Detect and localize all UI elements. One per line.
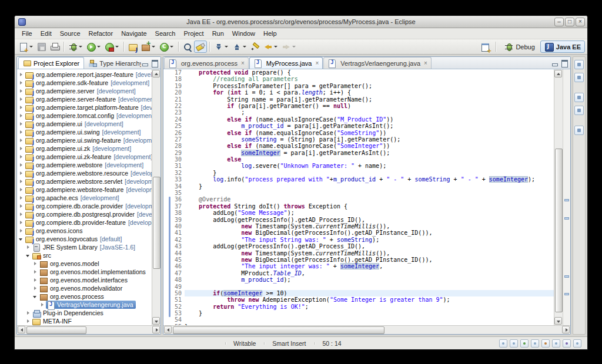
scroll-right-icon[interactable] — [562, 326, 570, 333]
code-line[interactable]: 35 — [163, 190, 554, 196]
expand-arrow-icon[interactable] — [18, 203, 25, 210]
occurrence-marker[interactable] — [564, 217, 569, 220]
status-icon-6[interactable] — [552, 339, 560, 348]
dropdown-caret-icon[interactable] — [242, 41, 247, 52]
code-line[interactable]: 50 if(someInteger >= 10) — [163, 290, 554, 296]
expand-arrow-icon[interactable] — [18, 220, 25, 226]
save-button[interactable] — [35, 41, 48, 53]
code-line[interactable]: 42 "The input String was: " + someString… — [163, 237, 554, 243]
previous-annotation-button[interactable] — [230, 41, 249, 53]
expand-arrow-icon[interactable] — [18, 105, 25, 111]
dropdown-caret-icon[interactable] — [29, 41, 34, 52]
scroll-right-icon[interactable] — [152, 326, 160, 333]
minimized-view-1-icon[interactable] — [574, 93, 584, 102]
tree-item[interactable]: org.adempiere.webstore.servlet[developme… — [17, 177, 152, 186]
run-button[interactable] — [85, 41, 103, 53]
code-line[interactable]: 24 else if (name.equalsIgnoreCase("M_Pro… — [163, 116, 554, 123]
line-number[interactable]: 38 — [169, 210, 185, 216]
title-bar[interactable]: Java EE - org.evenos.process/src/org/eve… — [15, 16, 587, 28]
code-line[interactable]: 23 ; — [163, 109, 554, 116]
code-line[interactable]: 37 protected String doIt() throws Except… — [163, 203, 554, 210]
line-number[interactable]: 26 — [169, 130, 185, 136]
back-button[interactable] — [262, 41, 280, 53]
editor-tab-org-evenos-process[interactable]: org.evenos.process — [164, 57, 249, 69]
status-icon-5[interactable] — [541, 339, 550, 348]
tree-item[interactable]: org.adempiere.ui.zk-feature[development] — [17, 153, 152, 161]
menu-window[interactable]: Window — [228, 29, 259, 38]
code-line[interactable]: 19 ProcessInfoParameter[] para = getPara… — [163, 83, 554, 89]
minimize-button[interactable] — [554, 18, 564, 26]
line-number[interactable]: 20 — [169, 89, 185, 96]
dropdown-caret-icon[interactable] — [224, 41, 229, 52]
code-line[interactable]: 31 log.severe("Unknown Parameter: " + na… — [163, 163, 554, 169]
tree-item[interactable]: org.evenos.modelvalidator — [17, 284, 152, 292]
line-number[interactable]: 18 — [169, 76, 185, 82]
scrollbar-thumb[interactable] — [173, 326, 384, 334]
tree-item[interactable]: org.adempiere.server[development] — [17, 87, 152, 95]
code-line[interactable]: 52 return "Everything is OK!"; — [163, 304, 554, 310]
tree-item[interactable]: org.adempiere.server-feature[development… — [17, 95, 152, 103]
overview-ruler[interactable] — [563, 69, 570, 325]
tab-type-hierarchy[interactable]: Type Hierarchy — [84, 57, 141, 69]
minimized-view-3-icon[interactable] — [574, 126, 584, 135]
minimize-editor-icon[interactable] — [551, 59, 558, 66]
code-line[interactable]: 49 — [163, 284, 554, 290]
code-line[interactable]: 46 "The input integer was: " + someInteg… — [163, 263, 554, 269]
menu-run[interactable]: Run — [208, 29, 228, 38]
expand-arrow-icon[interactable] — [18, 72, 25, 78]
line-number[interactable]: 45 — [169, 257, 185, 263]
line-number[interactable]: 54 — [169, 316, 185, 323]
new-package-button[interactable] — [139, 41, 158, 53]
expand-arrow-icon[interactable] — [18, 187, 25, 193]
collapse-arrow-icon[interactable] — [25, 252, 32, 259]
expand-arrow-icon[interactable] — [25, 310, 32, 316]
close-tab-icon[interactable] — [315, 60, 319, 66]
line-number[interactable]: 50 — [169, 290, 185, 296]
code-editor[interactable]: 17 protected void prepare() {18 //readin… — [163, 69, 554, 325]
dropdown-caret-icon[interactable] — [151, 41, 156, 52]
new-class-button[interactable] — [158, 41, 176, 53]
expand-arrow-icon[interactable] — [32, 285, 39, 292]
dropdown-caret-icon[interactable] — [292, 41, 296, 52]
expand-arrow-icon[interactable] — [18, 170, 25, 177]
code-line[interactable]: 33 log.info("process prepared with "+m_p… — [163, 176, 554, 183]
tree-item[interactable]: org.adempiere.webstore-feature[developme… — [17, 186, 152, 194]
expand-arrow-icon[interactable] — [18, 211, 25, 218]
tree-item[interactable]: META-INF — [17, 317, 152, 325]
tree-item[interactable]: org.evenos.logvocatus[default] — [17, 235, 152, 243]
tab-project-explorer[interactable]: Project Explorer — [18, 57, 84, 69]
expand-arrow-icon[interactable] — [18, 96, 25, 103]
tree-item[interactable]: org.adempiere.webstore.resource[developm… — [17, 169, 152, 177]
scroll-up-icon[interactable] — [152, 70, 160, 77]
debug-button[interactable] — [66, 41, 85, 53]
next-annotation-button[interactable] — [212, 41, 230, 53]
code-line[interactable]: 44 new Timestamp(System.currentTimeMilli… — [163, 250, 554, 257]
tree-item[interactable]: org.evenos.process — [17, 292, 152, 301]
line-number[interactable]: 34 — [169, 183, 185, 190]
close-button[interactable] — [576, 18, 585, 26]
line-number[interactable]: 28 — [169, 143, 185, 149]
tree-item[interactable]: org.evenos.model — [17, 259, 152, 268]
new-wizard-button[interactable] — [17, 41, 35, 53]
status-icon-1[interactable] — [499, 339, 507, 348]
line-number[interactable]: 36 — [169, 196, 185, 203]
maximize-view-icon[interactable] — [150, 59, 158, 66]
line-number[interactable]: 48 — [169, 277, 185, 283]
expand-arrow-icon[interactable] — [25, 318, 32, 325]
scroll-up-icon[interactable] — [554, 70, 562, 77]
last-edit-location-button[interactable] — [249, 41, 262, 53]
tree-item[interactable]: org.evenos.model.interfaces — [17, 276, 152, 284]
expand-arrow-icon[interactable] — [18, 88, 25, 95]
tree-item[interactable]: org.adempiere.ui[development] — [17, 120, 152, 128]
minimize-view-icon[interactable] — [141, 59, 149, 66]
line-number[interactable]: 47 — [169, 270, 185, 277]
expand-arrow-icon[interactable] — [18, 195, 25, 201]
line-number[interactable]: 40 — [169, 223, 185, 230]
search-button[interactable] — [181, 41, 194, 53]
expand-arrow-icon[interactable] — [18, 178, 25, 185]
line-number[interactable]: 33 — [169, 176, 185, 183]
line-number[interactable]: 19 — [169, 83, 185, 89]
tree-item[interactable]: org.compiere.db.oracle.provider[developm… — [17, 202, 152, 210]
code-line[interactable]: 17 protected void prepare() { — [163, 69, 554, 76]
tree-item[interactable]: JRE System Library[JavaSE-1.6] — [17, 243, 152, 251]
